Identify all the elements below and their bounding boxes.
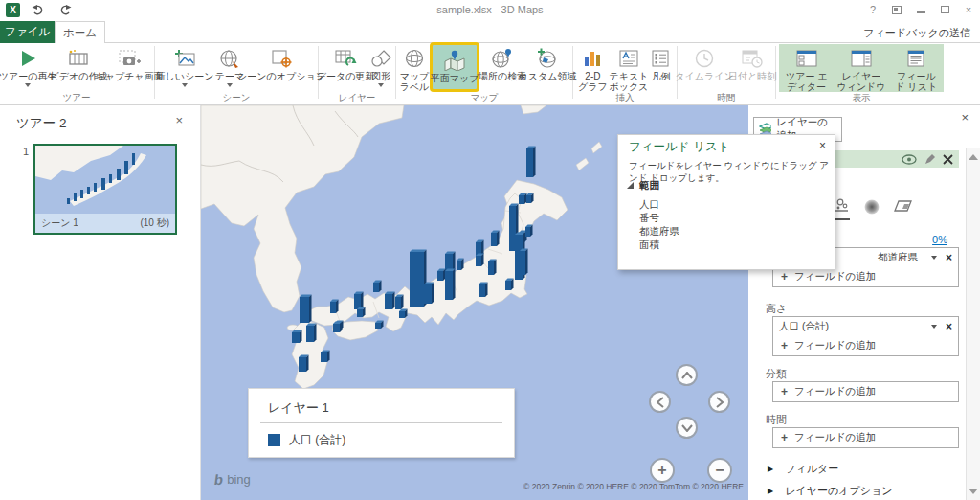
maximize-button[interactable] xyxy=(937,3,952,16)
map-3d-bar[interactable] xyxy=(525,225,533,238)
map-3d-bar[interactable] xyxy=(306,324,317,343)
location-add-field[interactable]: + フィールドの追加 xyxy=(773,267,958,286)
chevron-right-icon xyxy=(716,397,724,408)
legend-button[interactable]: 凡例 xyxy=(648,44,674,92)
2d-chart-button[interactable]: 2-Dグラフ xyxy=(576,44,610,92)
tour-editor-toggle[interactable]: ツアー エディター xyxy=(779,44,834,92)
chevron-left-icon xyxy=(657,397,664,408)
field-tree-root[interactable]: 範囲 xyxy=(639,179,659,193)
map-3d-bar[interactable] xyxy=(357,307,366,318)
field-list-close-icon[interactable]: × xyxy=(819,139,826,152)
map-3d-bar[interactable] xyxy=(399,309,408,319)
minimize-button[interactable] xyxy=(913,3,928,16)
scroll-up-icon[interactable] xyxy=(969,154,978,160)
rename-pencil-icon[interactable] xyxy=(924,154,935,165)
window-title: sample.xlsx - 3D Maps xyxy=(0,4,980,15)
help-button[interactable]: ? xyxy=(865,3,880,16)
remove-field-icon[interactable]: × xyxy=(946,251,952,264)
map-3d-bar[interactable] xyxy=(300,295,312,324)
height-field-row[interactable]: 人口 (合計) × xyxy=(773,317,958,336)
send-feedback-link[interactable]: フィードバックの送信 xyxy=(863,26,970,40)
map-legend[interactable]: レイヤー 1 人口 (合計) xyxy=(248,388,515,458)
create-video-button[interactable]: ビデオの作成 xyxy=(54,44,103,92)
map-3d-bar[interactable] xyxy=(488,260,497,276)
custom-regions-button[interactable]: カスタム領域 xyxy=(525,44,569,92)
field-list-toggle[interactable]: フィールド リスト xyxy=(889,44,944,92)
layer-pane-scrollbar[interactable] xyxy=(966,148,980,500)
map-3d-bar[interactable] xyxy=(519,193,527,205)
map-3d-bar[interactable] xyxy=(292,330,302,344)
map-3d-bar[interactable] xyxy=(445,269,456,301)
layer-pane-close-icon[interactable]: × xyxy=(961,110,969,125)
map-3d-bar[interactable] xyxy=(520,249,528,276)
field-item[interactable]: 都道府県 xyxy=(639,225,679,239)
play-tour-button[interactable]: ツアーの再生 xyxy=(2,44,54,92)
map-3d-bar[interactable] xyxy=(526,193,534,204)
refresh-data-button[interactable]: データの更新 xyxy=(322,44,369,92)
theme-button[interactable]: テーマ xyxy=(212,44,248,92)
map-3d-bar[interactable] xyxy=(526,147,536,178)
map-3d-bar[interactable] xyxy=(479,283,488,298)
dropdown-caret-icon[interactable] xyxy=(931,325,937,329)
scene-thumbnail[interactable]: シーン 1 (10 秒) xyxy=(33,144,177,235)
ribbon-tab-row: ファイル ホーム フィードバックの送信 xyxy=(0,21,980,43)
tab-home[interactable]: ホーム xyxy=(55,21,105,44)
map-3d-bar[interactable] xyxy=(354,292,364,310)
map-3d-bar[interactable] xyxy=(491,231,500,247)
map-3d-bar[interactable] xyxy=(375,321,384,330)
map-3d-bar[interactable] xyxy=(299,355,309,373)
filter-expander[interactable]: ▶ フィルター xyxy=(768,462,838,476)
map-3d-bar[interactable] xyxy=(445,252,456,272)
map-3d-bar[interactable] xyxy=(437,269,446,282)
remove-field-icon[interactable]: × xyxy=(946,320,952,333)
close-window-button[interactable]: × xyxy=(961,3,976,16)
field-item[interactable]: 面積 xyxy=(639,239,659,252)
capture-screen-button[interactable]: キャプチャ画面 xyxy=(103,44,155,92)
scroll-down-icon[interactable] xyxy=(969,489,978,494)
pan-right-button[interactable] xyxy=(708,391,730,413)
category-add-field[interactable]: + フィールドの追加 xyxy=(773,382,958,401)
field-item[interactable]: 番号 xyxy=(639,212,659,225)
dropdown-caret-icon[interactable] xyxy=(931,256,937,260)
map-3d-bar[interactable] xyxy=(410,250,427,307)
map-3d-bar[interactable] xyxy=(457,259,464,271)
pan-up-button[interactable] xyxy=(676,364,698,386)
zoom-out-button[interactable]: − xyxy=(707,458,732,483)
map-3d-bar[interactable] xyxy=(373,281,382,293)
find-location-button[interactable]: 場所の検索 xyxy=(479,44,525,92)
textbox-button[interactable]: テキストボックス xyxy=(610,44,648,92)
expanded-triangle-icon[interactable] xyxy=(627,182,634,189)
map-labels-button[interactable]: マップラベル xyxy=(399,44,430,92)
delete-layer-icon[interactable] xyxy=(943,154,953,165)
geocoding-percent-link[interactable]: 0% xyxy=(932,234,947,245)
map-3d-bar[interactable] xyxy=(321,351,330,363)
pan-left-button[interactable] xyxy=(649,391,671,413)
tour-pane-close-icon[interactable]: × xyxy=(175,113,183,127)
ribbon-group-insert: 2-Dグラフ テキストボックス xyxy=(574,43,676,104)
viz-region-icon[interactable] xyxy=(894,198,913,220)
map-3d-bar[interactable] xyxy=(505,279,514,291)
viz-heatmap-icon[interactable] xyxy=(863,198,880,220)
zoom-in-button[interactable]: + xyxy=(650,458,675,483)
height-add-field[interactable]: + フィールドの追加 xyxy=(773,336,958,355)
map-3d-bar[interactable] xyxy=(424,283,434,305)
tab-file[interactable]: ファイル xyxy=(0,21,55,43)
eye-icon[interactable] xyxy=(902,154,917,165)
map-3d-bar[interactable] xyxy=(330,300,339,314)
layer-pane-toggle[interactable]: レイヤーウィンドウ xyxy=(834,44,888,92)
field-item[interactable]: 人口 xyxy=(639,198,659,212)
bing-logo[interactable]: b bing xyxy=(214,471,251,488)
flat-map-button[interactable]: 平面マップ xyxy=(430,42,479,92)
bing-label: bing xyxy=(227,472,251,487)
layer-options-expander[interactable]: ▶ レイヤーのオプション xyxy=(768,484,892,498)
time-add-field[interactable]: + フィールドの追加 xyxy=(773,428,958,447)
map-3d-bar[interactable] xyxy=(395,295,404,310)
shapes-button[interactable]: 図形 xyxy=(369,44,392,92)
new-scene-button[interactable]: 新しいシーン xyxy=(158,44,212,92)
map-3d-bar[interactable] xyxy=(385,292,395,310)
pin-ribbon-button[interactable] xyxy=(889,3,904,16)
scene-options-button[interactable]: シーンのオプション xyxy=(248,44,315,92)
map-3d-bar[interactable] xyxy=(476,254,484,267)
map-3d-bar[interactable] xyxy=(333,322,343,333)
pan-down-button[interactable] xyxy=(676,417,698,439)
